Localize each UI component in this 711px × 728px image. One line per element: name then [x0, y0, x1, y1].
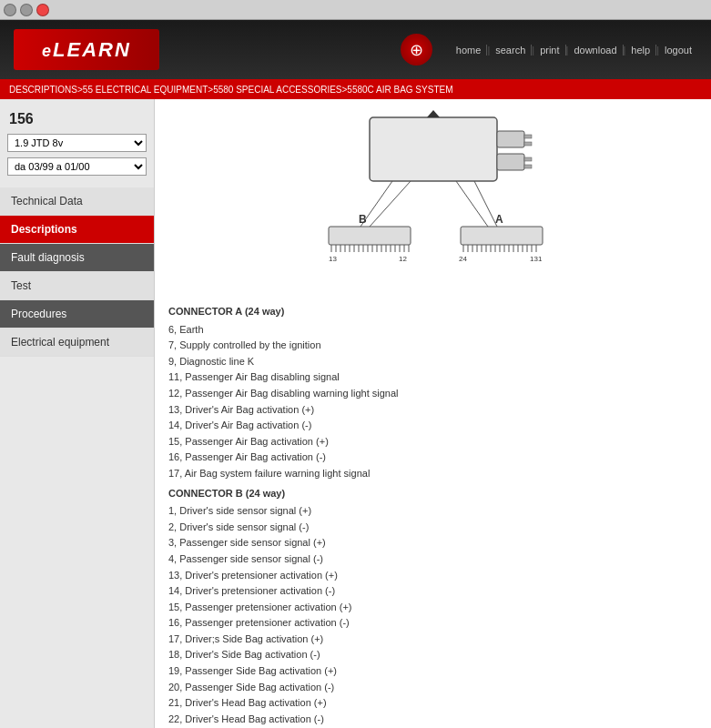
nav-help[interactable]: help [625, 45, 656, 56]
svg-rect-3 [524, 135, 532, 138]
svg-line-10 [456, 181, 488, 227]
svg-rect-4 [524, 142, 532, 146]
connector-a-pin: 13, Driver's Air Bag activation (+) [168, 402, 697, 419]
sidebar-item-test[interactable]: Test [0, 272, 154, 300]
connector-b-pin: 18, Driver's Side Bag activation (-) [168, 647, 697, 663]
svg-text:13: 13 [329, 255, 337, 263]
connector-b-pin: 3, Passenger side sensor signal (+) [168, 535, 697, 551]
svg-text:1: 1 [538, 255, 543, 263]
close-button[interactable] [36, 4, 49, 16]
nav-print[interactable]: print [534, 45, 565, 56]
period-dropdown-wrapper: da 03/99 a 01/00da 01/00 a 06/01 [0, 155, 154, 178]
connector-b-pin: 20, Passenger Side Bag activation (-) [168, 680, 697, 696]
header: eLEARN ⊕ home | search | print | downloa… [0, 20, 711, 79]
sidebar-item-procedures[interactable]: Procedures [0, 300, 154, 329]
car-number: 156 [0, 104, 154, 131]
period-select[interactable]: da 03/99 a 01/00da 01/00 a 06/01 [7, 157, 147, 176]
sidebar: 156 1.9 JTD 8v1.8 TS 16v2.0 JTS2.4 JTD d… [0, 99, 155, 728]
connector-b-header: CONNECTOR B (24 way) [168, 486, 697, 502]
nav-logout[interactable]: logout [659, 45, 697, 56]
logo: eLEARN [14, 29, 159, 70]
svg-text:12: 12 [399, 255, 407, 263]
ecu-diagram-container: B A [168, 108, 697, 290]
nav-home[interactable]: home [451, 45, 488, 56]
connector-b-pin: 1, Driver's side sensor signal (+) [168, 503, 697, 520]
connector-b-pin: 19, Passenger Side Bag activation (+) [168, 663, 697, 680]
svg-rect-14 [329, 227, 411, 245]
maximize-button[interactable] [20, 4, 33, 16]
connector-b-pins: 1, Driver's side sensor signal (+)2, Dri… [168, 503, 697, 728]
sidebar-menu: Technical Data Descriptions Fault diagno… [0, 187, 154, 357]
svg-rect-2 [497, 131, 524, 147]
connector-a-header: CONNECTOR A (24 way) [168, 304, 697, 320]
connector-a-pin: 15, Passenger Air Bag activation (+) [168, 434, 697, 450]
connector-b-pin: 13, Driver's pretensioner activation (+) [168, 568, 697, 584]
engine-select[interactable]: 1.9 JTD 8v1.8 TS 16v2.0 JTS2.4 JTD [7, 134, 147, 152]
nav-bar: ⊕ home | search | print | download | hel… [387, 34, 697, 66]
sidebar-item-descriptions[interactable]: Descriptions [0, 216, 154, 244]
alfa-romeo-logo: ⊕ [401, 34, 432, 66]
connector-b-pin: 2, Driver's side sensor signal (-) [168, 520, 697, 536]
svg-text:24: 24 [459, 255, 467, 263]
main-layout: 156 1.9 JTD 8v1.8 TS 16v2.0 JTS2.4 JTD d… [0, 99, 711, 728]
connector-a-pin: 14, Driver's Air Bag activation (-) [168, 418, 697, 434]
svg-rect-6 [524, 157, 532, 161]
svg-line-11 [474, 181, 497, 227]
logo-text: eLEARN [42, 38, 131, 62]
connector-a-pin: 17, Air Bag system failure warning light… [168, 466, 697, 482]
connector-a-pin: 16, Passenger Air Bag activation (-) [168, 450, 697, 466]
ecu-diagram-svg: B A [260, 108, 606, 290]
connector-a-pins: 6, Earth7, Supply controlled by the igni… [168, 322, 697, 482]
svg-rect-5 [497, 154, 524, 170]
svg-marker-1 [427, 110, 440, 117]
nav-download[interactable]: download [568, 45, 623, 56]
connector-b-pin: 15, Passenger pretensioner activation (+… [168, 600, 697, 616]
svg-rect-0 [370, 117, 497, 181]
connector-b-pin: 14, Driver's pretensioner activation (-) [168, 583, 697, 600]
connector-a-pin: 11, Passenger Air Bag disabling signal [168, 369, 697, 386]
title-bar [0, 0, 711, 20]
connector-a-pin: 6, Earth [168, 322, 697, 339]
breadcrumb: DESCRIPTIONS>55 ELECTRICAL EQUIPMENT>558… [0, 79, 711, 99]
nav-search[interactable]: search [490, 45, 532, 56]
svg-rect-7 [524, 165, 532, 168]
svg-text:B: B [359, 213, 367, 226]
connector-b-pin: 21, Driver's Head Bag activation (+) [168, 695, 697, 712]
connector-b-pin: 17, Driver;s Side Bag activation (+) [168, 632, 697, 648]
svg-line-9 [370, 181, 411, 227]
minimize-button[interactable] [4, 4, 16, 16]
sidebar-item-fault-diagnosis[interactable]: Fault diagnosis [0, 244, 154, 272]
connector-b-pin: 16, Passenger pretensioner activation (-… [168, 615, 697, 632]
sidebar-item-electrical-equipment[interactable]: Electrical equipment [0, 329, 154, 357]
connector-content: CONNECTOR A (24 way) 6, Earth7, Supply c… [168, 304, 697, 728]
engine-dropdown-wrapper: 1.9 JTD 8v1.8 TS 16v2.0 JTS2.4 JTD [0, 131, 154, 155]
connector-b-pin: 22, Driver's Head Bag activation (-) [168, 712, 697, 728]
svg-text:A: A [495, 213, 503, 226]
connector-a-pin: 7, Supply controlled by the ignition [168, 338, 697, 354]
svg-rect-35 [461, 227, 543, 245]
content-area[interactable]: B A [155, 99, 711, 728]
connector-a-pin: 12, Passenger Air Bag disabling warning … [168, 386, 697, 402]
sidebar-item-technical-data[interactable]: Technical Data [0, 187, 154, 216]
connector-a-pin: 9, Diagnostic line K [168, 354, 697, 370]
connector-b-pin: 4, Passenger side sensor signal (-) [168, 551, 697, 568]
